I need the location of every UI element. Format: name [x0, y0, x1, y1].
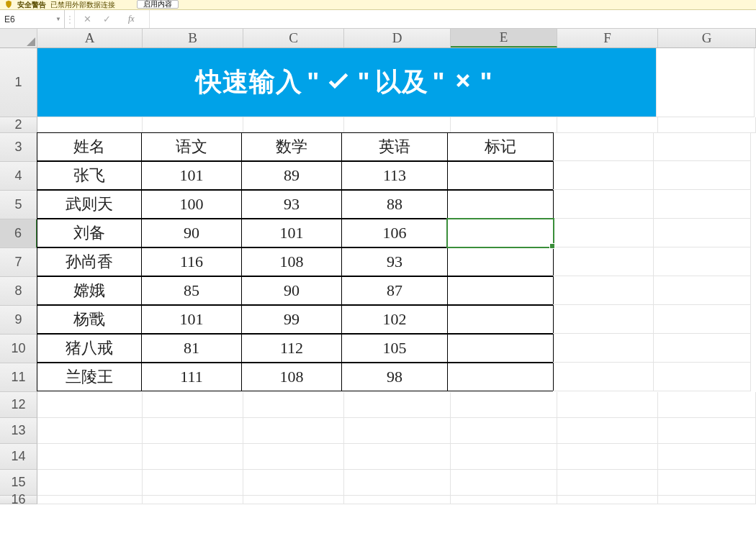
cell-A2[interactable] — [37, 117, 143, 133]
row-head-4[interactable]: 4 — [0, 162, 37, 191]
cell-B5[interactable]: 100 — [141, 190, 242, 219]
cell-G13[interactable] — [658, 418, 756, 444]
cell-A9[interactable]: 杨戬 — [37, 305, 142, 334]
cell-D11[interactable]: 98 — [341, 363, 448, 391]
cell-C10[interactable]: 112 — [241, 334, 342, 363]
cell-F16[interactable] — [557, 496, 658, 504]
cell-G1[interactable] — [657, 48, 755, 117]
cell-G12[interactable] — [658, 392, 756, 418]
col-head-D[interactable]: D — [344, 29, 451, 47]
cell-D14[interactable] — [344, 444, 451, 470]
cell-B4[interactable]: 101 — [141, 161, 242, 190]
cell-F6[interactable] — [553, 219, 654, 247]
cell-C13[interactable] — [243, 418, 344, 444]
cell-D8[interactable]: 87 — [341, 276, 448, 305]
cell-E14[interactable] — [451, 444, 557, 470]
cell-B10[interactable]: 81 — [141, 334, 242, 363]
cell-C8[interactable]: 90 — [241, 276, 342, 305]
col-head-F[interactable]: F — [557, 29, 658, 47]
cell-E7[interactable] — [447, 247, 554, 276]
cancel-formula-icon[interactable]: ✕ — [84, 14, 91, 24]
cell-F14[interactable] — [557, 444, 658, 470]
cell-D9[interactable]: 102 — [341, 305, 448, 334]
cell-F12[interactable] — [557, 392, 658, 418]
cell-A6[interactable]: 刘备 — [37, 219, 142, 247]
cell-D4[interactable]: 113 — [341, 161, 448, 190]
formula-input[interactable] — [150, 10, 756, 28]
cell-C4[interactable]: 89 — [241, 161, 342, 190]
cell-E4[interactable] — [447, 161, 554, 190]
col-head-E[interactable]: E — [451, 29, 557, 47]
cell-D12[interactable] — [344, 392, 451, 418]
cell-A3[interactable]: 姓名 — [37, 132, 142, 161]
cell-G7[interactable] — [653, 247, 751, 276]
cell-C15[interactable] — [243, 470, 344, 496]
cell-E3[interactable]: 标记 — [447, 132, 554, 161]
row-head-3[interactable]: 3 — [0, 133, 37, 162]
cell-G16[interactable] — [658, 496, 756, 504]
cell-B3[interactable]: 语文 — [141, 132, 242, 161]
col-head-A[interactable]: A — [37, 29, 143, 47]
cell-E10[interactable] — [447, 334, 554, 363]
cell-B2[interactable] — [143, 117, 243, 133]
cell-G3[interactable] — [653, 132, 751, 161]
cell-C11[interactable]: 108 — [241, 363, 342, 391]
cell-D5[interactable]: 88 — [341, 190, 448, 219]
cell-E13[interactable] — [451, 418, 557, 444]
cell-A10[interactable]: 猪八戒 — [37, 334, 142, 363]
cell-D16[interactable] — [344, 496, 451, 504]
cell-D6[interactable]: 106 — [341, 219, 448, 247]
col-head-G[interactable]: G — [658, 29, 756, 47]
cell-E12[interactable] — [451, 392, 557, 418]
cell-F8[interactable] — [553, 276, 654, 305]
select-all-corner[interactable] — [0, 29, 37, 47]
row-head-2[interactable]: 2 — [0, 117, 37, 133]
cell-A13[interactable] — [37, 418, 143, 444]
cell-D2[interactable] — [344, 117, 451, 133]
cell-C5[interactable]: 93 — [241, 190, 342, 219]
cell-B8[interactable]: 85 — [141, 276, 242, 305]
cell-E9[interactable] — [447, 305, 554, 334]
cell-E6[interactable] — [447, 219, 554, 247]
cell-D13[interactable] — [344, 418, 451, 444]
cell-D10[interactable]: 105 — [341, 334, 448, 363]
cell-C3[interactable]: 数学 — [241, 132, 342, 161]
cell-F4[interactable] — [553, 161, 654, 190]
cell-A4[interactable]: 张飞 — [37, 161, 142, 190]
cell-A5[interactable]: 武则天 — [37, 190, 142, 219]
cell-D15[interactable] — [344, 470, 451, 496]
row-head-8[interactable]: 8 — [0, 277, 37, 306]
row-head-11[interactable]: 11 — [0, 363, 37, 392]
accept-formula-icon[interactable]: ✓ — [103, 14, 111, 24]
enable-content-button[interactable]: 启用内容 — [137, 0, 179, 9]
cell-A8[interactable]: 嫦娥 — [37, 276, 142, 305]
cell-A12[interactable] — [37, 392, 143, 418]
cell-B7[interactable]: 116 — [141, 247, 242, 276]
cell-G15[interactable] — [658, 470, 756, 496]
cell-A11[interactable]: 兰陵王 — [37, 363, 142, 391]
cell-E11[interactable] — [447, 363, 554, 391]
row-head-6[interactable]: 6 — [0, 219, 37, 248]
row-head-9[interactable]: 9 — [0, 306, 37, 335]
cell-G4[interactable] — [653, 161, 751, 190]
row-head-13[interactable]: 13 — [0, 418, 37, 444]
cell-G10[interactable] — [653, 334, 751, 363]
cell-E16[interactable] — [451, 496, 557, 504]
cell-G2[interactable] — [658, 117, 756, 133]
cell-E15[interactable] — [451, 470, 557, 496]
cell-F10[interactable] — [553, 334, 654, 363]
cell-G5[interactable] — [653, 190, 751, 219]
cell-D3[interactable]: 英语 — [341, 132, 448, 161]
cell-C12[interactable] — [243, 392, 344, 418]
row-head-12[interactable]: 12 — [0, 392, 37, 418]
cell-A16[interactable] — [37, 496, 143, 504]
cell-G11[interactable] — [653, 363, 751, 391]
cell-B9[interactable]: 101 — [141, 305, 242, 334]
cell-F5[interactable] — [553, 190, 654, 219]
title-banner[interactable]: 快速输入 " " 以及 " " — [37, 48, 657, 117]
row-head-5[interactable]: 5 — [0, 191, 37, 219]
cell-C7[interactable]: 108 — [241, 247, 342, 276]
cell-E2[interactable] — [451, 117, 557, 133]
cell-B11[interactable]: 111 — [141, 363, 242, 391]
cell-C6[interactable]: 101 — [241, 219, 342, 247]
